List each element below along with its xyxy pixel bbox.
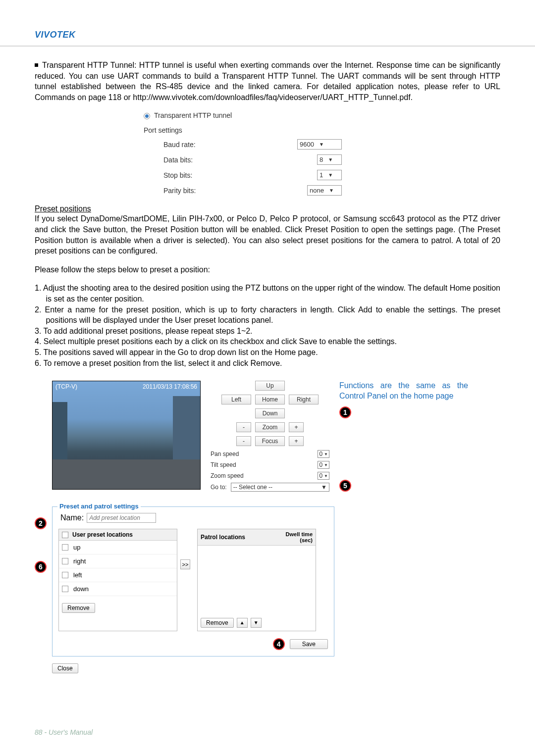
step-2: 2. Enter a name for the preset position,… (35, 304, 500, 326)
step-1: 1. Adjust the shooting area to the desir… (35, 283, 500, 304)
step-3: 3. To add additional preset positions, p… (35, 326, 500, 337)
stop-bits-select[interactable]: 1▼ (317, 170, 342, 180)
fieldset-legend: Preset and patrol settings (57, 503, 141, 510)
steps-list: 1. Adjust the shooting area to the desir… (35, 283, 500, 368)
step-5: 5. The positions saved will appear in th… (35, 347, 500, 358)
patrol-remove-button[interactable]: Remove (201, 618, 234, 628)
move-up-button[interactable]: ▲ (237, 618, 248, 628)
chevron-down-icon: ▼ (328, 157, 333, 162)
close-button[interactable]: Close (52, 663, 78, 673)
left-button[interactable]: Left (221, 395, 251, 404)
bullet-icon (35, 63, 38, 67)
step-6: 6. To remove a preset position from the … (35, 358, 500, 369)
checkbox[interactable] (62, 558, 68, 564)
pan-speed-label: Pan speed (211, 451, 318, 457)
name-label: Name: (60, 513, 84, 522)
right-button[interactable]: Right (289, 395, 319, 404)
functions-note: Functions are the same as the Control Pa… (339, 381, 468, 402)
remove-button[interactable]: Remove (62, 603, 95, 613)
parity-label: Parity bits: (163, 187, 307, 195)
divider (0, 46, 535, 47)
video-timestamp: 2011/03/13 17:08:56 (143, 383, 197, 390)
marker-2: 2 (35, 517, 47, 529)
chevron-down-icon: ▼ (321, 484, 327, 491)
pan-speed-select[interactable]: 0▼ (318, 450, 329, 458)
tilt-speed-label: Tilt speed (211, 461, 318, 468)
baud-label: Baud rate: (163, 141, 297, 149)
parity-select[interactable]: none▼ (307, 185, 342, 196)
home-button[interactable]: Home (255, 395, 285, 404)
checkbox[interactable] (62, 572, 68, 578)
chevron-down-icon: ▼ (324, 474, 328, 478)
zoom-out-button[interactable]: - (236, 422, 251, 432)
stop-bits-label: Stop bits: (163, 171, 317, 179)
brand: VIVOTEK (35, 30, 500, 40)
chevron-down-icon: ▼ (329, 188, 334, 193)
user-preset-box: User preset locations up right left down… (58, 529, 177, 631)
list-item[interactable]: up (59, 541, 177, 554)
list-item[interactable]: right (59, 554, 177, 568)
focus-near-button[interactable]: - (236, 436, 251, 446)
marker-6: 6 (35, 561, 47, 573)
video-preview: (TCP-V) 2011/03/13 17:08:56 (52, 381, 201, 490)
radio-icon (144, 113, 150, 119)
preset-paragraph: If you select DynaDome/SmartDOME, Lilin … (35, 213, 500, 256)
zoom-label: Zoom (255, 422, 285, 432)
focus-label: Focus (255, 436, 285, 446)
page-footer: 88 - User's Manual (35, 728, 93, 736)
patrol-box: Patrol locations Dwell time (sec) Remove… (197, 529, 316, 631)
transfer-button[interactable]: >> (180, 559, 190, 569)
port-settings-title: Port settings (144, 126, 342, 134)
down-button[interactable]: Down (255, 408, 285, 418)
marker-1: 1 (339, 406, 351, 418)
chevron-down-icon: ▼ (328, 172, 333, 178)
checkbox[interactable] (62, 586, 68, 592)
patrol-header: Patrol locations (201, 534, 245, 541)
data-bits-select[interactable]: 8▼ (317, 154, 342, 165)
focus-far-button[interactable]: + (289, 436, 304, 446)
list-item[interactable]: left (59, 568, 177, 582)
dwell-header: Dwell time (sec) (283, 531, 313, 543)
preset-steps-intro: Please follow the steps below to preset … (35, 264, 500, 275)
marker-5: 5 (339, 480, 351, 492)
tilt-speed-select[interactable]: 0▼ (318, 461, 329, 469)
chevron-down-icon: ▼ (324, 452, 328, 456)
goto-select[interactable]: -- Select one --▼ (231, 483, 329, 492)
ptz-controls: Up Left Home Right Down - Zoom + - Focus… (211, 381, 329, 492)
list-item[interactable]: down (59, 582, 177, 596)
step-4: 4. Select multiple preset positions each… (35, 336, 500, 347)
chevron-down-icon: ▼ (324, 463, 328, 467)
video-title: (TCP-V) (55, 383, 77, 390)
zoom-speed-label: Zoom speed (211, 472, 318, 479)
chevron-down-icon: ▼ (319, 142, 324, 147)
move-down-button[interactable]: ▼ (251, 618, 262, 628)
data-bits-label: Data bits: (163, 156, 317, 164)
radio-transparent-http[interactable]: Transparent HTTP tunnel (144, 111, 342, 119)
name-input[interactable] (87, 513, 156, 523)
select-all-checkbox[interactable] (62, 532, 68, 538)
zoom-in-button[interactable]: + (289, 422, 304, 432)
baud-select[interactable]: 9600▼ (297, 139, 342, 150)
up-button[interactable]: Up (255, 381, 285, 391)
preset-heading: Preset positions (35, 204, 500, 213)
user-preset-header: User preset locations (72, 531, 133, 538)
checkbox[interactable] (62, 544, 68, 551)
goto-label: Go to: (211, 484, 227, 491)
preset-patrol-fieldset: Preset and patrol settings Name: User pr… (52, 506, 334, 656)
intro-paragraph: Transparent HTTP Tunnel: HTTP tunnel is … (35, 60, 500, 102)
save-button[interactable]: Save (290, 639, 328, 649)
zoom-speed-select[interactable]: 0▼ (318, 472, 329, 480)
marker-4: 4 (273, 638, 285, 650)
